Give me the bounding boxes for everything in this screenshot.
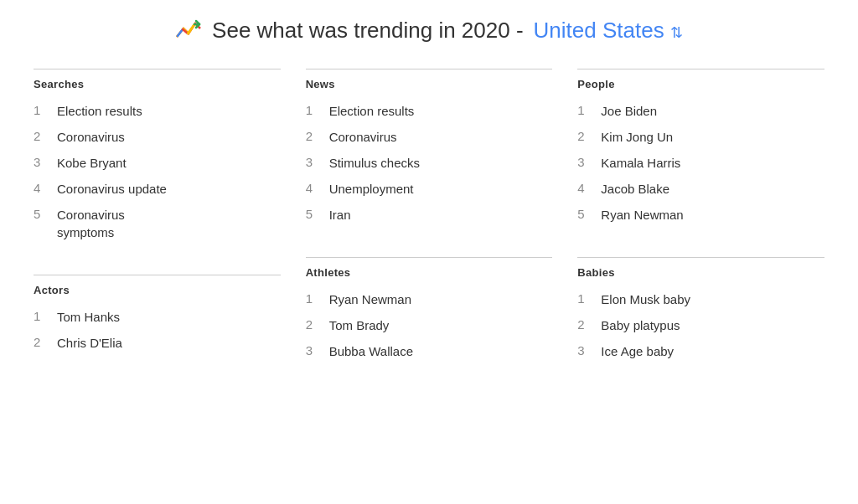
list-item: 3 Kamala Harris: [577, 154, 824, 172]
item-rank: 1: [306, 102, 329, 117]
category-searches: Searches 1 Election results 2 Coronaviru…: [34, 69, 281, 275]
item-text: Joe Biden: [601, 102, 657, 120]
item-rank: 5: [34, 206, 57, 221]
list-item: 1 Election results: [34, 102, 281, 120]
item-text: Kim Jong Un: [601, 128, 673, 146]
list-item: 2 Baby platypus: [577, 316, 824, 334]
country-selector-icon[interactable]: ⇅: [670, 24, 683, 41]
item-rank: 5: [306, 206, 329, 221]
athletes-list: 1 Ryan Newman 2 Tom Brady 3 Bubba Wallac…: [306, 291, 553, 360]
item-text: Ryan Newman: [601, 206, 683, 224]
item-text: Coronavirus: [329, 128, 397, 146]
list-item: 3 Bubba Wallace: [306, 342, 553, 360]
babies-list: 1 Elon Musk baby 2 Baby platypus 3 Ice A…: [577, 291, 824, 360]
babies-divider: [577, 257, 824, 258]
item-rank: 4: [577, 180, 601, 195]
actors-list: 1 Tom Hanks 2 Chris D'Elia: [34, 308, 281, 352]
item-rank: 1: [577, 291, 601, 306]
list-item: 2 Tom Brady: [306, 316, 553, 334]
list-item: 3 Ice Age baby: [577, 342, 824, 360]
item-text: Coronavirus update: [57, 180, 167, 198]
list-item: 5 Ryan Newman: [577, 206, 824, 224]
item-text: Jacob Blake: [601, 180, 669, 198]
item-text: Baby platypus: [601, 316, 680, 334]
category-actors: Actors 1 Tom Hanks 2 Chris D'Elia: [34, 275, 281, 385]
list-item: 2 Kim Jong Un: [577, 128, 824, 146]
item-text: Election results: [329, 102, 415, 120]
babies-title: Babies: [577, 266, 824, 279]
actors-title: Actors: [34, 284, 281, 296]
item-text: Coronavirus: [57, 128, 125, 146]
item-text: Chris D'Elia: [57, 334, 122, 352]
list-item: 4 Coronavirus update: [34, 180, 281, 198]
list-item: 5 Coronavirussymptoms: [34, 206, 281, 241]
list-item: 4 Jacob Blake: [577, 180, 824, 198]
item-rank: 1: [306, 291, 329, 306]
item-text: Coronavirussymptoms: [57, 206, 125, 241]
news-list: 1 Election results 2 Coronavirus 3 Stimu…: [306, 102, 553, 224]
news-title: News: [306, 78, 553, 90]
list-item: 5 Iran: [306, 206, 553, 224]
list-item: 1 Joe Biden: [577, 102, 824, 120]
item-rank: 3: [577, 342, 601, 357]
page-header: See what was trending in 2020 - United S…: [34, 17, 824, 44]
column-3: People 1 Joe Biden 2 Kim Jong Un 3 Kamal…: [577, 69, 824, 393]
list-item: 1 Ryan Newman: [306, 291, 553, 308]
item-rank: 5: [577, 206, 601, 221]
content-grid: Searches 1 Election results 2 Coronaviru…: [34, 69, 824, 393]
item-rank: 1: [34, 102, 57, 117]
item-rank: 2: [306, 128, 329, 143]
item-text: Kobe Bryant: [57, 154, 127, 172]
list-item: 2 Chris D'Elia: [34, 334, 281, 352]
list-item: 1 Election results: [306, 102, 553, 120]
list-item: 2 Coronavirus: [34, 128, 281, 146]
item-text: Ryan Newman: [329, 291, 411, 308]
item-rank: 2: [306, 316, 329, 332]
column-2: News 1 Election results 2 Coronavirus 3 …: [306, 69, 553, 393]
item-rank: 2: [34, 128, 57, 143]
item-text: Iran: [329, 206, 351, 224]
item-text: Ice Age baby: [601, 342, 674, 360]
header-country[interactable]: United States ⇅: [534, 18, 683, 44]
actors-divider: [34, 275, 281, 275]
category-news: News 1 Election results 2 Coronavirus 3 …: [306, 69, 553, 257]
column-1: Searches 1 Election results 2 Coronaviru…: [34, 69, 281, 393]
list-item: 1 Elon Musk baby: [577, 291, 824, 308]
people-divider: [577, 69, 824, 69]
item-rank: 2: [577, 316, 601, 332]
athletes-divider: [306, 257, 553, 258]
category-people: People 1 Joe Biden 2 Kim Jong Un 3 Kamal…: [577, 69, 824, 257]
item-text: Elon Musk baby: [601, 291, 690, 308]
page-wrapper: See what was trending in 2020 - United S…: [0, 0, 858, 410]
svg-line-2: [188, 24, 194, 33]
item-rank: 1: [577, 102, 601, 117]
list-item: 2 Coronavirus: [306, 128, 553, 146]
header-title: See what was trending in 2020 -: [212, 18, 523, 44]
searches-title: Searches: [34, 78, 281, 90]
item-rank: 3: [306, 342, 329, 357]
news-divider: [306, 69, 553, 69]
item-rank: 3: [306, 154, 329, 169]
trending-icon: [175, 17, 202, 44]
item-text: Tom Hanks: [57, 308, 120, 326]
item-rank: 2: [577, 128, 601, 143]
list-item: 4 Unemployment: [306, 180, 553, 198]
item-text: Stimulus checks: [329, 154, 420, 172]
people-title: People: [577, 78, 824, 90]
item-rank: 3: [577, 154, 601, 169]
item-text: Kamala Harris: [601, 154, 680, 172]
item-rank: 4: [34, 180, 57, 195]
item-text: Bubba Wallace: [329, 342, 413, 360]
item-rank: 2: [34, 334, 57, 349]
list-item: 3 Stimulus checks: [306, 154, 553, 172]
item-text: Unemployment: [329, 180, 414, 198]
list-item: 3 Kobe Bryant: [34, 154, 281, 172]
searches-divider: [34, 69, 281, 69]
category-athletes: Athletes 1 Ryan Newman 2 Tom Brady 3 Bub…: [306, 257, 553, 393]
item-text: Tom Brady: [329, 316, 390, 334]
item-text: Election results: [57, 102, 142, 120]
searches-list: 1 Election results 2 Coronavirus 3 Kobe …: [34, 102, 281, 241]
item-rank: 3: [34, 154, 57, 169]
athletes-title: Athletes: [306, 266, 553, 279]
list-item: 1 Tom Hanks: [34, 308, 281, 326]
